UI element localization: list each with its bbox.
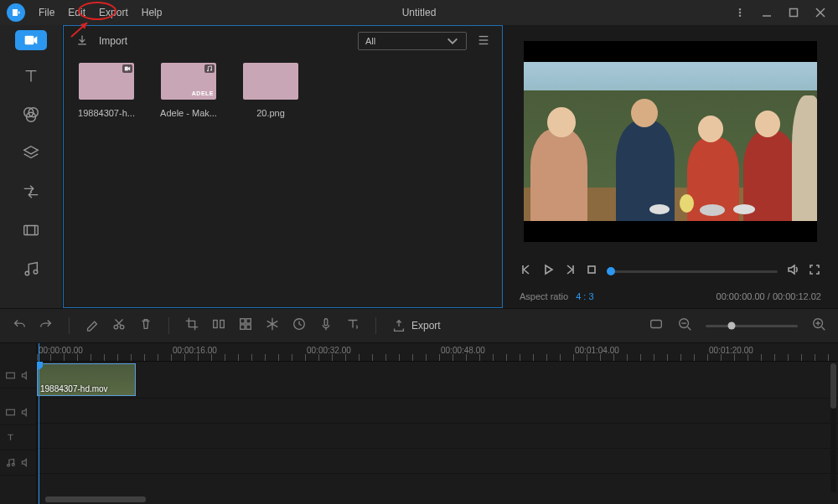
track-header-overlay[interactable] — [0, 400, 36, 425]
ruler-mark: 00:01:04.00 — [575, 346, 619, 355]
ruler-mark: 00:00:00.00 — [39, 346, 83, 355]
media-item[interactable]: 20.png — [240, 63, 302, 118]
split-button[interactable] — [211, 316, 226, 335]
elements-tool[interactable] — [18, 213, 44, 248]
horizontal-scrollbar[interactable] — [45, 496, 826, 502]
timeline: 00:00:00.00 00:00:16.00 00:00:32.00 00:0… — [0, 343, 838, 504]
filter-dropdown[interactable]: All — [358, 32, 467, 50]
media-tab[interactable] — [15, 30, 47, 50]
volume-button[interactable] — [786, 263, 799, 280]
menu-help[interactable]: Help — [135, 7, 169, 18]
delete-button[interactable] — [138, 316, 153, 335]
seek-slider[interactable] — [607, 270, 778, 273]
svg-rect-29 — [214, 321, 218, 328]
play-button[interactable] — [541, 263, 555, 280]
clip-label: 19884307-hd.mov — [40, 384, 108, 393]
list-view-button[interactable] — [477, 33, 490, 49]
track-header-text[interactable] — [0, 425, 36, 450]
menu-file[interactable]: File — [32, 7, 61, 18]
import-button[interactable]: Import — [99, 35, 127, 47]
next-frame-button[interactable] — [563, 263, 577, 280]
video-badge-icon — [122, 64, 132, 73]
track-header-video[interactable] — [0, 363, 36, 388]
freeze-button[interactable] — [265, 316, 280, 335]
media-thumbnail — [79, 63, 134, 100]
vertical-scrollbar[interactable] — [830, 363, 836, 492]
audio-track[interactable] — [37, 449, 838, 474]
kebab-icon[interactable] — [732, 8, 747, 18]
text-to-speech-button[interactable] — [345, 316, 360, 335]
close-button[interactable] — [813, 8, 828, 18]
timeline-ruler[interactable]: 00:00:00.00 00:00:16.00 00:00:32.00 00:0… — [37, 343, 838, 362]
chevron-down-icon — [446, 34, 459, 48]
redo-button[interactable] — [39, 316, 54, 335]
text-track[interactable] — [37, 424, 838, 449]
media-item[interactable]: Adele - Mak... — [158, 63, 220, 118]
import-icon[interactable] — [75, 33, 89, 49]
fullscreen-button[interactable] — [808, 263, 821, 280]
crop-button[interactable] — [184, 316, 199, 335]
ruler-mark: 00:00:32.00 — [307, 346, 351, 355]
svg-rect-34 — [246, 325, 251, 329]
svg-rect-36 — [324, 319, 328, 326]
overlay-track[interactable] — [37, 399, 838, 424]
aspect-ratio-value[interactable]: 4 : 3 — [576, 291, 593, 301]
zoom-out-button[interactable] — [677, 316, 692, 335]
minimize-button[interactable] — [759, 8, 774, 18]
zoom-fit-button[interactable] — [649, 316, 664, 335]
svg-rect-45 — [7, 373, 15, 378]
titlebar: File Edit Export Help Untitled — [0, 0, 838, 25]
menu-edit[interactable]: Edit — [61, 7, 92, 18]
text-tool[interactable] — [18, 59, 44, 94]
media-label: Adele - Mak... — [158, 108, 220, 118]
cut-button[interactable] — [111, 316, 127, 335]
svg-rect-9 — [25, 36, 34, 45]
svg-rect-26 — [588, 266, 595, 273]
svg-line-44 — [822, 327, 825, 331]
track-header-column — [0, 343, 37, 504]
svg-point-1 — [739, 12, 741, 13]
stop-button[interactable] — [585, 263, 598, 280]
transitions-tool[interactable] — [18, 174, 44, 209]
media-thumbnail — [243, 63, 298, 100]
menu-export[interactable]: Export — [92, 7, 135, 18]
svg-rect-4 — [790, 9, 798, 17]
svg-point-23 — [210, 69, 212, 71]
undo-button[interactable] — [12, 316, 27, 335]
playhead[interactable] — [39, 343, 39, 504]
timeline-export-button[interactable]: Export — [391, 318, 441, 333]
svg-point-48 — [13, 463, 15, 465]
maximize-button[interactable] — [786, 8, 801, 18]
svg-point-2 — [739, 15, 741, 17]
svg-rect-30 — [220, 321, 225, 328]
music-tool[interactable] — [18, 251, 44, 286]
preview-canvas — [524, 41, 817, 242]
duration-button[interactable] — [292, 316, 307, 335]
overlays-tool[interactable] — [18, 136, 44, 171]
preview-panel: Aspect ratio 4 : 3 00:00:00.00 / 00:00:1… — [503, 25, 838, 308]
voiceover-button[interactable] — [318, 316, 334, 335]
svg-rect-21 — [125, 67, 128, 71]
aspect-ratio-label: Aspect ratio — [520, 291, 568, 301]
ruler-mark: 00:00:16.00 — [173, 346, 217, 355]
svg-line-40 — [688, 327, 691, 331]
media-label: 20.png — [240, 108, 302, 118]
media-item[interactable]: 19884307-h... — [75, 63, 137, 118]
video-track[interactable]: 19884307-hd.mov — [37, 362, 838, 399]
track-header-audio[interactable] — [0, 450, 36, 476]
svg-rect-37 — [651, 321, 662, 328]
filters-tool[interactable] — [18, 97, 44, 132]
timeline-clip[interactable]: 19884307-hd.mov — [37, 363, 136, 396]
mosaic-button[interactable] — [238, 316, 253, 335]
prev-frame-button[interactable] — [520, 263, 533, 280]
media-label: 19884307-h... — [75, 108, 137, 118]
audio-badge-icon — [204, 64, 215, 73]
video-frame — [524, 62, 817, 221]
preview-time: 00:00:00.00 / 00:00:12.02 — [716, 291, 821, 301]
zoom-in-button[interactable] — [811, 316, 826, 335]
document-title: Untitled — [402, 7, 437, 18]
ruler-mark: 00:01:20.00 — [709, 346, 753, 355]
zoom-slider[interactable] — [706, 325, 798, 327]
svg-rect-13 — [24, 226, 39, 235]
edit-button[interactable] — [85, 316, 100, 335]
